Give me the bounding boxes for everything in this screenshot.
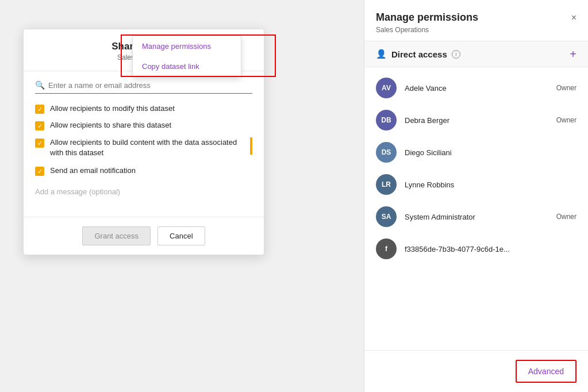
manage-permissions-label: Manage permissions — [142, 42, 211, 51]
user-role-0: Owner — [556, 84, 577, 92]
user-name-0: Adele Vance — [405, 84, 548, 93]
context-menu-item-copy[interactable]: Copy dataset link — [133, 56, 241, 76]
checkbox-item-3: Allow recipients to build content with t… — [35, 137, 252, 158]
info-icon[interactable]: i — [452, 50, 460, 59]
search-container: 🔍 — [35, 80, 252, 94]
checkbox-label-3: Allow recipients to build content with t… — [50, 137, 242, 158]
table-row: SA System Administrator Owner — [364, 201, 588, 233]
avatar-f: f — [376, 239, 397, 259]
search-icon: 🔍 — [35, 80, 45, 90]
close-button[interactable]: × — [571, 13, 577, 22]
avatar-lr: LR — [376, 174, 397, 195]
message-area[interactable]: Add a message (optional) — [35, 183, 252, 201]
checkbox-label-4: Send an email notification — [50, 166, 136, 175]
user-name-5: f33856de-7b3b-4077-9c6d-1e... — [405, 245, 568, 253]
user-name-4: System Administrator — [405, 213, 548, 221]
grant-access-button[interactable]: Grant access — [82, 226, 151, 245]
direct-access-left: 👤 Direct access i — [376, 49, 460, 59]
table-row: f f33856de-7b3b-4077-9c6d-1e... — [364, 233, 588, 265]
checkbox-label-1: Allow recipients to modify this dataset — [50, 104, 175, 113]
manage-footer: Advanced — [364, 350, 588, 392]
search-input[interactable] — [48, 81, 252, 90]
table-row: DB Debra Berger Owner — [364, 104, 588, 136]
avatar-av: AV — [376, 78, 397, 98]
direct-access-label: Direct access — [391, 49, 447, 59]
context-menu-item-manage[interactable]: Manage permissions — [133, 36, 241, 56]
checkbox-item-4: Send an email notification — [35, 166, 252, 176]
manage-panel-subtitle: Sales Operations — [376, 26, 577, 34]
manage-title-row: Manage permissions × — [376, 11, 577, 24]
direct-access-icon: 👤 — [376, 49, 387, 59]
table-row: AV Adele Vance Owner — [364, 72, 588, 104]
user-role-1: Owner — [556, 116, 577, 124]
avatar-sa: SA — [376, 206, 397, 227]
user-name-2: Diego Siciliani — [405, 148, 568, 157]
user-name-1: Debra Berger — [405, 116, 548, 125]
checkbox-item-1: Allow recipients to modify this dataset — [35, 104, 252, 114]
table-row: DS Diego Siciliani — [364, 136, 588, 168]
advanced-button[interactable]: Advanced — [516, 360, 577, 383]
avatar-db: DB — [376, 110, 397, 130]
users-list: AV Adele Vance Owner DB Debra Berger Own… — [364, 67, 588, 350]
copy-dataset-link-label: Copy dataset link — [142, 62, 199, 71]
cancel-button[interactable]: Cancel — [157, 226, 205, 245]
user-role-4: Owner — [556, 213, 577, 221]
add-button[interactable]: + — [570, 48, 577, 60]
checkbox-3[interactable] — [35, 139, 44, 148]
avatar-ds: DS — [376, 142, 397, 163]
checkbox-label-2: Allow recipients to share this dataset — [50, 121, 171, 129]
checkbox-4[interactable] — [35, 167, 44, 176]
share-dialog-body: 🔍 Allow recipients to modify this datase… — [24, 71, 264, 212]
manage-panel-title: Manage permissions — [376, 11, 478, 24]
user-name-3: Lynne Robbins — [405, 180, 568, 189]
context-menu: Manage permissions Copy dataset link — [132, 36, 241, 77]
yellow-bar — [250, 137, 252, 155]
manage-panel: Manage permissions × Sales Operations 👤 … — [364, 0, 588, 392]
checkbox-1[interactable] — [35, 105, 44, 114]
dialog-footer: Grant access Cancel — [24, 217, 264, 255]
checkbox-2[interactable] — [35, 121, 44, 130]
checkbox-item-2: Allow recipients to share this dataset — [35, 121, 252, 130]
table-row: LR Lynne Robbins — [364, 168, 588, 201]
manage-header: Manage permissions × Sales Operations — [364, 0, 588, 41]
screen-container: Share dataset Sales Operations 🔍 Allow r… — [0, 0, 588, 392]
direct-access-row: 👤 Direct access i + — [364, 41, 588, 67]
